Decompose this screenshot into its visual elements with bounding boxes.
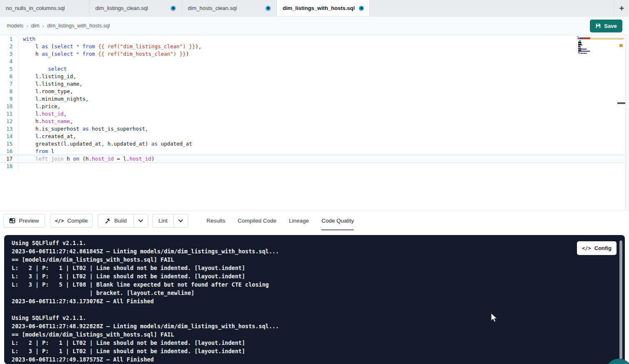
line-number[interactable]: 7: [0, 80, 18, 88]
terminal-line: 2023-06-06T11:27:42.861845Z – Linting mo…: [12, 247, 625, 255]
plus-icon: +: [619, 3, 624, 13]
code-line-text: left join h on (h.host_id = l.host_id): [18, 155, 154, 163]
code-line[interactable]: 9 l.minimum_nights,: [0, 95, 629, 103]
minimap-cursor-marker: [617, 102, 625, 104]
save-button-label: Save: [604, 23, 617, 29]
code-brackets-icon: </>: [582, 245, 591, 251]
file-tab-label: dim_hosts_clean.sql: [188, 5, 237, 11]
tab-label: Code Quality: [321, 218, 354, 224]
line-number[interactable]: 12: [0, 118, 18, 125]
tab-label: Results: [206, 218, 225, 224]
code-brackets-icon: </>: [55, 218, 64, 224]
build-button[interactable]: Build: [98, 214, 133, 228]
compile-button[interactable]: </> Compile: [50, 214, 93, 228]
code-line-text: h.is_superhost as host_is_superhost,: [18, 125, 148, 133]
build-dropdown-button[interactable]: [133, 214, 148, 228]
config-button[interactable]: </> Config: [577, 241, 617, 255]
tab-lineage[interactable]: Lineage: [289, 210, 309, 230]
code-line-text: l.price,: [18, 103, 60, 110]
breadcrumb-item-file[interactable]: dim_listings_with_hosts.sql: [47, 23, 110, 29]
save-button[interactable]: Save: [590, 20, 622, 32]
code-line[interactable]: 11 l.host_id,: [0, 110, 629, 118]
lint-button-group: Lint: [152, 214, 188, 228]
code-line-text: h as (select * from {{ ref("dim_hosts_cl…: [18, 50, 189, 58]
code-line-text: from l: [18, 148, 54, 155]
terminal-line: Using SQLFluff v2.1.1.: [12, 239, 625, 247]
line-number[interactable]: 10: [0, 103, 18, 110]
line-number[interactable]: 17: [0, 155, 18, 163]
code-line[interactable]: 4: [0, 58, 629, 65]
line-number[interactable]: 16: [0, 148, 18, 155]
line-number[interactable]: 6: [0, 73, 18, 80]
preview-button[interactable]: Preview: [3, 214, 45, 228]
breadcrumb-item-models[interactable]: models: [7, 23, 23, 29]
code-line[interactable]: 2 l as (select * from {{ ref("dim_listin…: [0, 43, 629, 50]
new-tab-button[interactable]: +: [614, 0, 629, 16]
file-tab-label: dim_listings_clean.sql: [95, 5, 148, 11]
code-line[interactable]: 16 from l: [0, 148, 629, 155]
line-number[interactable]: 1: [0, 35, 18, 43]
line-number[interactable]: 15: [0, 140, 18, 148]
terminal-line: L: 3 | P: 1 | LT02 | Line should not be …: [12, 347, 625, 355]
tab-code-quality[interactable]: Code Quality: [321, 210, 354, 230]
terminal-line: | bracket. [layout.cte_newline]: [12, 289, 625, 297]
terminal-line: == [models/dim/dim_listings_with_hosts.s…: [12, 330, 625, 339]
line-number[interactable]: 18: [0, 163, 18, 170]
code-line[interactable]: 15 greatest(l.updated_at, h.updated_at) …: [0, 140, 629, 148]
code-line[interactable]: 7 l.listing_name,: [0, 80, 629, 88]
editor-scrollbar[interactable]: [625, 35, 629, 210]
code-editor[interactable]: 1with2 l as (select * from {{ ref("dim_l…: [0, 35, 629, 210]
build-button-label: Build: [114, 218, 127, 224]
file-tab-dim-hosts-clean[interactable]: dim_hosts_clean.sql: [182, 0, 277, 16]
code-line[interactable]: 18: [0, 163, 629, 170]
code-line[interactable]: 5 select: [0, 65, 629, 73]
code-line[interactable]: 17 left join h on (h.host_id = l.host_id…: [0, 155, 629, 163]
code-line-text: l as (select * from {{ ref("dim_listings…: [18, 43, 201, 50]
line-number[interactable]: 3: [0, 50, 18, 58]
line-number[interactable]: 13: [0, 125, 18, 133]
breadcrumb-item-dim[interactable]: dim: [31, 23, 40, 29]
minimap-line: [577, 54, 623, 55]
breadcrumb-separator: ›: [26, 23, 28, 29]
line-number[interactable]: 4: [0, 58, 18, 65]
line-number[interactable]: 11: [0, 110, 18, 118]
line-number[interactable]: 2: [0, 43, 18, 50]
lint-dropdown-button[interactable]: [173, 214, 188, 228]
preview-button-label: Preview: [19, 218, 39, 224]
file-tab-dim-listings-clean[interactable]: dim_listings_clean.sql: [90, 0, 182, 16]
code-line[interactable]: 3 h as (select * from {{ ref("dim_hosts_…: [0, 50, 629, 58]
lint-button[interactable]: Lint: [152, 214, 173, 228]
code-line[interactable]: 6 l.listing_id,: [0, 73, 629, 80]
terminal-line: L: 3 | P: 1 | LT02 | Line should not be …: [12, 272, 625, 280]
file-tab-dim-listings-with-hosts[interactable]: dim_listings_with_hosts.sql: [277, 0, 370, 16]
terminal-line: == [models/dim/dim_listings_with_hosts.s…: [12, 255, 625, 264]
code-line[interactable]: 10 l.price,: [0, 103, 629, 110]
line-number[interactable]: 8: [0, 88, 18, 95]
code-line[interactable]: 1with: [0, 35, 629, 43]
terminal-line: [12, 305, 625, 314]
code-line[interactable]: 12 h.host_name,: [0, 118, 629, 125]
table-grid-icon: [9, 218, 15, 224]
action-toolbar: Preview </> Compile Build Lint: [0, 210, 629, 230]
floppy-disk-icon: [595, 23, 601, 29]
tab-results[interactable]: Results: [206, 210, 225, 230]
code-line-text: [18, 163, 23, 170]
line-number[interactable]: 9: [0, 95, 18, 103]
code-line[interactable]: 14 l.created_at,: [0, 133, 629, 140]
line-number[interactable]: 14: [0, 133, 18, 140]
code-line-text: greatest(l.updated_at, h.updated_at) as …: [18, 140, 192, 148]
config-button-label: Config: [594, 245, 612, 251]
terminal-line: 2023-06-06T11:27:48.922828Z – Linting mo…: [12, 322, 625, 330]
code-lines: 1with2 l as (select * from {{ ref("dim_l…: [0, 35, 629, 170]
code-line[interactable]: 13 h.is_superhost as host_is_superhost,: [0, 125, 629, 133]
code-line[interactable]: 8 l.room_type,: [0, 88, 629, 95]
file-tab-no-nulls-in-columns[interactable]: no_nulls_in_columns.sql: [0, 0, 90, 16]
terminal-line: L: 2 | P: 1 | LT02 | Line should not be …: [12, 339, 625, 347]
tab-compiled-code[interactable]: Compiled Code: [238, 210, 276, 230]
terminal-scrollbar[interactable]: [619, 240, 622, 359]
minimap[interactable]: [577, 35, 623, 55]
code-line-text: h.host_name,: [18, 118, 73, 125]
code-line-text: l.host_id,: [18, 110, 67, 118]
build-button-group: Build: [98, 214, 148, 228]
line-number[interactable]: 5: [0, 65, 18, 73]
